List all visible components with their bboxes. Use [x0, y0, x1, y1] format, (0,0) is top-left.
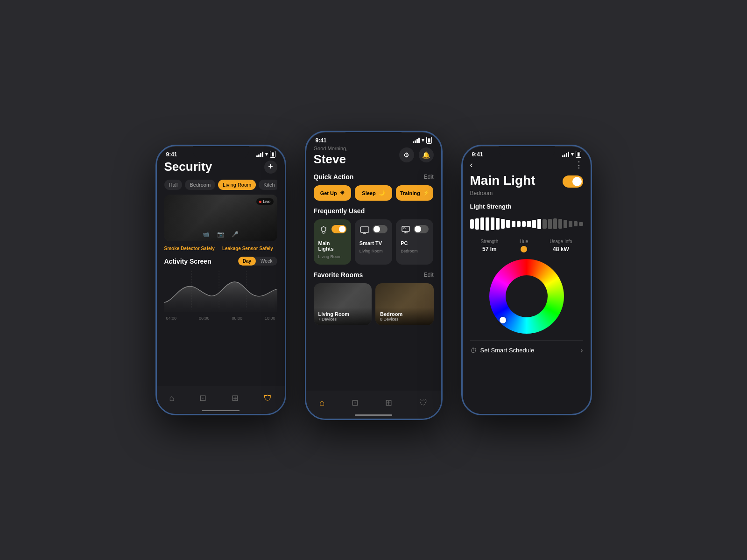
pc-location: Bedroom [401, 249, 429, 253]
strength-bar-segment-0 [470, 219, 474, 229]
wifi-icon-1: ▾ [265, 151, 268, 157]
hue-dot [521, 246, 527, 252]
pc-toggle[interactable] [414, 225, 429, 233]
week-tab[interactable]: Week [256, 257, 277, 266]
main-lights-toggle[interactable] [331, 225, 346, 233]
svg-line-5 [321, 227, 322, 228]
signal-icon-3 [562, 152, 569, 157]
toggle-knob-on [339, 226, 345, 232]
smart-tv-location: Living Room [359, 249, 388, 253]
tab-living-room[interactable]: Living Room [218, 180, 256, 190]
freq-used-header: Frequently Used [314, 207, 434, 215]
main-lights-row [318, 225, 346, 238]
sleep-button[interactable]: Sleep 🌙 [355, 185, 392, 201]
freq-devices: Main Lights Living Room [314, 219, 434, 265]
svg-rect-10 [402, 226, 409, 231]
strength-bar-segment-15 [548, 219, 552, 230]
room-living-room[interactable]: Living Room 7 Devices [314, 283, 372, 325]
fav-rooms-edit[interactable]: Edit [424, 272, 434, 278]
device-pc[interactable]: PC Bedroom [396, 219, 433, 265]
nav-apps-2[interactable]: ⊞ [380, 395, 398, 411]
svg-rect-7 [360, 227, 369, 232]
mic-icon[interactable]: 🎤 [232, 231, 239, 238]
battery-icon-2: ▮ [426, 137, 432, 144]
devices-nav-icon: ⊡ [199, 393, 206, 403]
device-smart-tv[interactable]: Smart TV Living Room [355, 219, 392, 265]
nav-devices-1[interactable]: ⊡ [194, 390, 212, 406]
living-room-label: Living Room 7 Devices [314, 308, 372, 325]
svg-point-3 [321, 227, 326, 231]
nav-security-2[interactable]: 🛡 [414, 395, 433, 411]
security-nav-icon-2: 🛡 [419, 398, 428, 408]
light-toggle-knob [572, 177, 582, 186]
leakage-sensor: Leakage Sensor Safely [222, 246, 273, 251]
toggle-knob-pc [415, 226, 421, 232]
tab-kitchen[interactable]: Kitch [259, 180, 277, 190]
fav-rooms-title: Favorite Rooms [314, 271, 363, 279]
quick-action-title: Quick Action [314, 173, 354, 181]
main-lights-location: Living Room [318, 254, 346, 259]
nav-home-1[interactable]: ⌂ [163, 391, 180, 406]
schedule-row[interactable]: ⏱ Set Smart Schedule › [470, 340, 583, 360]
greeting-name: Steve [314, 152, 348, 167]
phone-security: 9:41 ▾ ▮ Security + Hall [155, 145, 286, 415]
quick-action-header: Quick Action Edit [314, 173, 434, 181]
tv-icon [359, 225, 370, 238]
nav-devices-2[interactable]: ⊡ [346, 395, 364, 411]
strength-bar-segment-4 [491, 217, 494, 230]
battery-icon-1: ▮ [270, 151, 275, 158]
bedroom-devices: 8 Devices [380, 317, 429, 322]
main-lights-name: Main Lights [318, 240, 346, 252]
label-0800: 08:00 [232, 316, 242, 321]
strength-bar-segment-2 [480, 217, 484, 230]
device-main-lights[interactable]: Main Lights Living Room [314, 219, 351, 265]
apps-nav-icon-2: ⊞ [385, 398, 392, 408]
bedroom-label: Bedroom 8 Devices [375, 308, 434, 325]
smart-tv-toggle[interactable] [373, 225, 388, 233]
add-button[interactable]: + [264, 161, 277, 174]
stat-hue: Hue [520, 239, 528, 252]
color-wheel-container[interactable] [470, 259, 583, 334]
notification-button[interactable]: 🔔 [419, 147, 434, 162]
nav-security-1[interactable]: 🛡 [258, 391, 278, 406]
strength-bar-segment-10 [522, 221, 526, 227]
dashboard-content: Good Morning, Steve ⚙ 🔔 Quick Action Edi… [306, 146, 441, 409]
settings-button[interactable]: ⚙ [399, 147, 414, 162]
label-1000: 10:00 [265, 316, 275, 321]
strength-bar-segment-8 [512, 221, 515, 227]
nav-home-2[interactable]: ⌂ [314, 395, 330, 411]
light-strength-title: Light Strength [470, 203, 583, 210]
quick-action-edit[interactable]: Edit [424, 174, 434, 180]
video-icon[interactable]: 📹 [203, 231, 210, 238]
security-title-row: Security + [164, 160, 277, 174]
greeting-small: Good Morning, [314, 146, 348, 151]
light-toggle[interactable] [563, 175, 583, 188]
strength-bar-segment-16 [553, 218, 557, 229]
time-3: 9:41 [472, 151, 483, 158]
home-nav-icon-2: ⌂ [319, 398, 324, 408]
getup-button[interactable]: Get Up ☀ [314, 185, 351, 201]
security-title: Security [164, 160, 212, 174]
strength-bar-segment-3 [486, 217, 489, 231]
strength-value: 57 lm [482, 246, 497, 252]
training-button[interactable]: Training ⚡ [396, 185, 433, 201]
camera-controls: 📹 📷 🎤 [203, 231, 239, 238]
strength-bar[interactable] [470, 215, 583, 233]
tab-bedroom[interactable]: Bedroom [185, 180, 215, 190]
nav-apps-1[interactable]: ⊞ [226, 390, 244, 406]
apps-nav-icon: ⊞ [232, 393, 239, 403]
more-button[interactable]: ⋮ [575, 160, 583, 170]
back-button[interactable]: ‹ [470, 160, 473, 170]
camera-icon[interactable]: 📷 [217, 231, 224, 238]
notch-3 [499, 146, 555, 159]
color-wheel[interactable] [489, 259, 564, 334]
home-indicator-2 [355, 414, 392, 416]
day-tab[interactable]: Day [238, 257, 256, 266]
room-bedroom[interactable]: Bedroom 8 Devices [375, 283, 434, 325]
freq-used-title: Frequently Used [314, 207, 365, 215]
live-badge: Live [256, 198, 274, 205]
label-0400: 04:00 [166, 316, 177, 321]
tab-hall[interactable]: Hall [164, 180, 183, 190]
battery-icon-3: ▮ [576, 151, 581, 158]
usage-label: Usage Info [550, 239, 572, 244]
